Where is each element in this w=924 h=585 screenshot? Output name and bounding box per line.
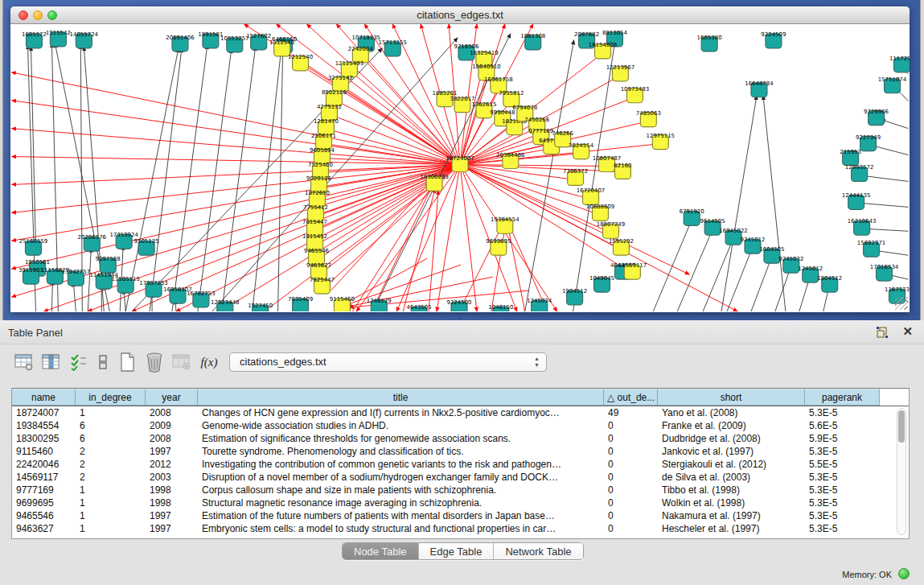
graph-node[interactable]: 7386372 [563, 168, 588, 185]
table-row[interactable]: 969969511998Structural magnetic resonanc… [12, 496, 909, 509]
graph-node[interactable]: 12975115 [647, 133, 675, 150]
column-header-pagerank[interactable]: pagerank [805, 389, 880, 406]
graph-node[interactable]: 9699695 [486, 238, 511, 255]
svg-text:9020126: 9020126 [306, 175, 331, 182]
graph-node[interactable]: 10553257 [220, 35, 248, 52]
graph-node[interactable]: 4643505 [407, 304, 432, 311]
column-layout-icon[interactable] [40, 351, 63, 373]
cell-title: Genome-wide association studies in ADHD. [198, 419, 604, 432]
graph-node[interactable]: 16648784 [745, 80, 774, 97]
tab-network-table[interactable]: Network Table [494, 543, 582, 559]
column-header-out_degree[interactable]: △ out_de... [604, 389, 658, 406]
graph-node[interactable]: 12923448 [211, 299, 239, 311]
cell-year: 2008 [146, 432, 198, 445]
column-header-name[interactable]: name [12, 389, 76, 406]
table-select-value: citations_edges.txt [240, 356, 326, 368]
graph-node[interactable]: 9115460 [330, 296, 355, 311]
graph-node[interactable]: 1595292 [609, 238, 634, 255]
cell-short: Yano et al. (2008) [658, 406, 805, 419]
table-row[interactable]: 1938455462009Genome-wide association stu… [12, 419, 909, 432]
graph-node[interactable]: 15751074 [878, 76, 907, 93]
graph-node[interactable]: 15692971 [857, 240, 885, 257]
table-row[interactable]: 2242004622012Investigating the contribut… [12, 458, 909, 471]
row-height-icon[interactable] [92, 351, 114, 373]
cell-short: Hescheler et al. (1997) [658, 522, 805, 535]
close-icon[interactable]: ✕ [902, 325, 913, 338]
svg-text:1212540: 1212540 [288, 54, 313, 60]
graph-node[interactable]: 9224509 [761, 31, 786, 48]
table-row[interactable]: 977716911998Corpus callosum shape and si… [12, 484, 909, 496]
column-header-title[interactable]: title [198, 389, 604, 406]
graph-node[interactable]: 1527602 [246, 33, 271, 50]
memory-ok-indicator-icon[interactable] [898, 568, 910, 579]
table-select-dropdown[interactable]: citations_edges.txt ▲▼ [229, 352, 547, 372]
graph-node[interactable]: 13505115 [111, 276, 139, 293]
column-header-year[interactable]: year [146, 389, 198, 406]
svg-text:25160559: 25160559 [19, 238, 47, 245]
graph-node[interactable]: 1915542 [46, 30, 71, 47]
table-row[interactable]: 946554611997Estimation of the future num… [12, 509, 909, 522]
graph-node[interactable]: 25160559 [19, 238, 47, 255]
table-row[interactable]: 911546021997Tourette syndrome. Phenomeno… [12, 445, 909, 458]
graph-node[interactable]: 15713155 [378, 39, 406, 56]
table-row[interactable]: 1830029562008Estimation of significance … [12, 432, 909, 445]
table-row[interactable]: 1872400712008Changes of HCN gene express… [12, 406, 909, 419]
delete-table-icon[interactable] [143, 351, 166, 373]
table-settings-icon[interactable] [13, 351, 35, 373]
graph-node[interactable]: 1117253 [889, 56, 910, 72]
graph-node[interactable]: 1049045 [589, 275, 614, 292]
graph-node[interactable]: 1048150 [488, 304, 513, 311]
svg-text:9224500: 9224500 [446, 299, 471, 306]
graph-node[interactable]: 1245034 [527, 298, 552, 311]
graph-node[interactable]: 14055724 [70, 31, 99, 48]
graph-node[interactable]: 1605380 [697, 35, 722, 51]
graph-node[interactable]: 18807249 [597, 221, 625, 238]
cell-year: 2009 [146, 419, 198, 432]
scrollbar-thumb[interactable] [898, 410, 905, 443]
graph-node[interactable]: 20691406 [166, 35, 194, 51]
tab-node-table[interactable]: Node Table [343, 543, 419, 559]
graph-node[interactable]: 10688609 [586, 204, 614, 220]
graph-node[interactable]: 9329966 [864, 109, 889, 126]
svg-text:9614505: 9614505 [700, 218, 725, 225]
graph-node[interactable]: 9097588 [96, 256, 121, 273]
graph-node[interactable]: 12093572 [845, 164, 873, 181]
graph-node[interactable]: 9224500 [446, 299, 471, 311]
tab-edge-table[interactable]: Edge Table [419, 543, 495, 559]
graph-node[interactable]: 17016534 [870, 264, 899, 281]
svg-text:9463627: 9463627 [306, 262, 331, 269]
graph-node[interactable]: 19384554 [491, 216, 519, 233]
graph-node[interactable]: 7625447 [310, 277, 335, 294]
table-mode-tabs: Node Table Edge Table Network Table [342, 542, 584, 560]
graph-node[interactable]: 1891581 [198, 31, 223, 48]
svg-text:1049045: 1049045 [589, 275, 614, 282]
new-table-icon[interactable] [116, 351, 138, 373]
select-rows-icon[interactable] [68, 351, 90, 373]
vertical-scrollbar[interactable] [897, 408, 906, 535]
graph-node[interactable]: 10973483 [621, 86, 649, 103]
svg-text:9224509: 9224509 [761, 31, 786, 38]
graph-node[interactable]: 7635409 [288, 296, 313, 311]
window-resize-grip[interactable] [895, 297, 908, 310]
float-window-icon[interactable] [876, 326, 889, 339]
graph-node[interactable]: 1605572 [22, 31, 47, 48]
function-builder-icon[interactable]: f(x) [198, 351, 220, 373]
network-window-titlebar[interactable]: citations_edges.txt [10, 6, 910, 24]
network-canvas[interactable]: 1605572191554214055724206914061891581105… [10, 24, 910, 311]
graph-node[interactable]: 215953 [840, 149, 861, 166]
graph-node[interactable]: 1927450 [248, 303, 273, 311]
graph-node[interactable]: 13942757 [62, 269, 90, 286]
graph-node[interactable]: 12444135 [842, 192, 870, 209]
column-header-short[interactable]: short [658, 389, 805, 406]
graph-node[interactable]: 16210643 [848, 218, 876, 235]
graph-node[interactable]: 3624554 [569, 142, 594, 159]
column-header-in_degree[interactable]: in_degree [76, 389, 146, 406]
graph-node[interactable]: 62160 [614, 163, 631, 179]
table-row[interactable]: 946362711997Embryonic stem cells: a mode… [12, 522, 909, 535]
graph-node[interactable]: 1248129 [367, 298, 392, 311]
table-row[interactable]: 1456911722003Disruption of a novel membe… [12, 471, 909, 484]
table-panel-title: Table Panel [8, 327, 63, 339]
graph-node[interactable]: 1904512 [562, 288, 587, 305]
graph-node[interactable]: 7485063 [636, 110, 661, 127]
graph-node[interactable]: 1804512 [817, 275, 842, 292]
